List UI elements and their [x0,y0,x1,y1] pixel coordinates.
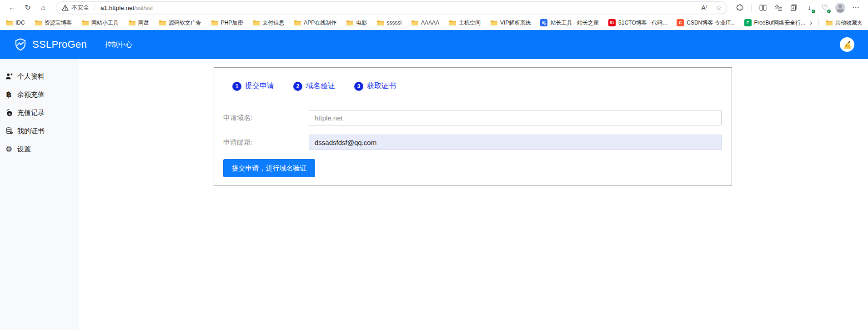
url-host[interactable]: a1.httple.net [100,5,134,11]
domain-input[interactable] [309,110,722,125]
bookmark-item[interactable]: CCSDN博客-专业IT... [677,19,734,27]
bookmark-item[interactable]: 网盘 [128,19,149,27]
bookmark-item[interactable]: PHP加密 [211,19,243,27]
sidebar-item-label: 充值记录 [17,109,45,117]
bookmark-item[interactable]: sssssl [376,20,401,26]
favorite-star-icon[interactable]: ☆ [713,2,725,13]
email-label: 申请邮箱: [223,138,309,147]
sidebar-item-profile[interactable]: 个人资料 [0,67,79,85]
other-favorites-label: 其他收藏夹 [835,19,863,27]
svg-text:↑: ↑ [10,132,11,134]
bookmark-label: IDC [15,20,25,26]
bookmark-item[interactable]: 主机空间 [449,19,481,27]
gear-icon: ⚙ [5,145,13,153]
folder-icon [35,20,42,26]
sidebar-item-recharge-records[interactable]: $ 充值记录 [0,104,79,122]
step-submit-application[interactable]: 1 提交申请 [232,81,274,91]
folder-icon [376,20,384,26]
read-aloud-icon[interactable]: A⁾ [698,2,710,13]
bookmarks-overflow-chevron[interactable]: › [806,19,816,27]
toolbar-divider [751,4,752,11]
form-row-email: 申请邮箱: [223,135,722,150]
folder-icon [128,20,135,26]
bookmarks-list: IDC资源宝博客网站小工具网盘源码软文广告PHP加密支付信息APP在线制作电影s… [5,19,806,27]
step-label: 提交申请 [245,81,274,91]
user-plus-icon [5,72,13,80]
sidebar-item-label: 个人资料 [17,72,45,81]
bookmark-item[interactable]: 站站长工具 - 站长之家 [540,19,599,27]
collections-add-icon[interactable] [787,1,801,14]
profile-avatar-icon[interactable] [833,1,847,14]
submit-application-button[interactable]: 提交申请，进行域名验证 [223,159,315,177]
bookmark-item[interactable]: AAAAA [411,20,439,26]
main-content: 1 提交申请 2 域名验证 3 获取证书 申请域名: 申请邮箱: [79,59,868,330]
back-icon[interactable]: ← [5,1,19,14]
bookmark-label: VIP解析系统 [500,19,531,27]
site-favicon: 51 [608,19,616,26]
bookmark-item[interactable]: 源码软文广告 [159,19,201,27]
refresh-icon[interactable]: ↻ [21,1,35,14]
home-icon[interactable]: ⌂ [36,1,50,14]
site-header: SSLProGen 控制中心 [0,30,868,59]
folder-icon [159,20,166,26]
extensions-icon[interactable] [733,1,747,14]
certificates-database-icon: ↑ [5,127,13,135]
browser-essentials-icon[interactable]: ♡ ✓ [818,1,832,14]
address-bar[interactable]: 不安全 a1.httple.net/ssl/ssl A⁾ ☆ [56,2,727,14]
bookmark-item[interactable]: VIP解析系统 [490,19,531,27]
bookmark-item[interactable]: APP在线制作 [294,19,336,27]
sidebar-item-settings[interactable]: ⚙ 设置 [0,140,79,158]
form-row-domain: 申请域名: [223,110,722,125]
bookmark-item[interactable]: 资源宝博客 [35,19,72,27]
step-label: 获取证书 [367,81,396,91]
bookmark-item[interactable]: 5151CTO博客 - 代码... [608,19,667,27]
bookmark-label: sssssl [386,20,401,26]
favorites-list-icon[interactable] [772,1,785,14]
site-favicon: F [744,19,752,26]
bookmark-label: APP在线制作 [304,19,336,27]
bookmark-label: PHP加密 [221,19,243,27]
security-label[interactable]: 不安全 [71,4,89,12]
folder-icon [81,20,89,26]
brand-logo[interactable]: SSLProGen [14,38,87,51]
user-avatar[interactable] [840,37,854,52]
browser-toolbar: ← ↻ ⌂ 不安全 a1.httple.net/ssl/ssl A⁾ ☆ ↓ ✓… [0,0,868,15]
url-text[interactable]: a1.httple.net/ssl/ssl [100,5,696,11]
folder-icon [825,20,833,26]
security-warning-icon[interactable] [62,5,69,11]
bookmark-item[interactable]: 网站小工具 [81,19,119,27]
bookmarks-bar: IDC资源宝博客网站小工具网盘源码软文广告PHP加密支付信息APP在线制作电影s… [0,15,868,30]
bookmarks-divider [818,19,819,26]
bookmark-item[interactable]: 支付信息 [252,19,284,27]
step-number-badge: 3 [354,82,363,91]
ssl-wizard-card: 1 提交申请 2 域名验证 3 获取证书 申请域名: 申请邮箱: [214,67,732,186]
nav-control-center[interactable]: 控制中心 [105,40,132,49]
coin-dollar-icon: $ [5,109,13,117]
downloads-icon[interactable]: ↓ ✓ [803,1,816,14]
bookmark-item[interactable]: 电影 [346,19,367,27]
step-number-badge: 1 [232,82,241,91]
sidebar-item-label: 我的证书 [17,127,45,135]
folder-icon [346,20,353,26]
bookmark-label: FreeBuf网络安全行... [754,19,806,27]
folder-icon [294,20,301,26]
sidebar-item-label: 设置 [17,145,31,154]
bookmark-label: 源码软文广告 [169,19,201,27]
email-input[interactable] [309,135,722,150]
address-divider [95,4,95,11]
sidebar-item-recharge[interactable]: ฿ 余额充值 [0,85,79,104]
bookmark-item[interactable]: FFreeBuf网络安全行... [744,19,806,27]
bookmark-label: 电影 [356,19,367,27]
bookmark-label: 支付信息 [262,19,284,27]
bookmark-item[interactable]: IDC [5,20,25,26]
svg-text:$: $ [8,112,10,116]
step-get-certificate[interactable]: 3 获取证书 [354,81,396,91]
sidebar-item-certificates[interactable]: ↑ 我的证书 [0,122,79,140]
split-screen-icon[interactable] [756,1,770,14]
more-menu-icon[interactable]: ⋯ [849,1,863,14]
folder-icon [411,20,418,26]
other-favorites-folder[interactable]: 其他收藏夹 [825,19,863,27]
url-path[interactable]: /ssl/ssl [134,5,153,11]
site-favicon: 站 [540,19,547,26]
step-domain-verification[interactable]: 2 域名验证 [293,81,335,91]
